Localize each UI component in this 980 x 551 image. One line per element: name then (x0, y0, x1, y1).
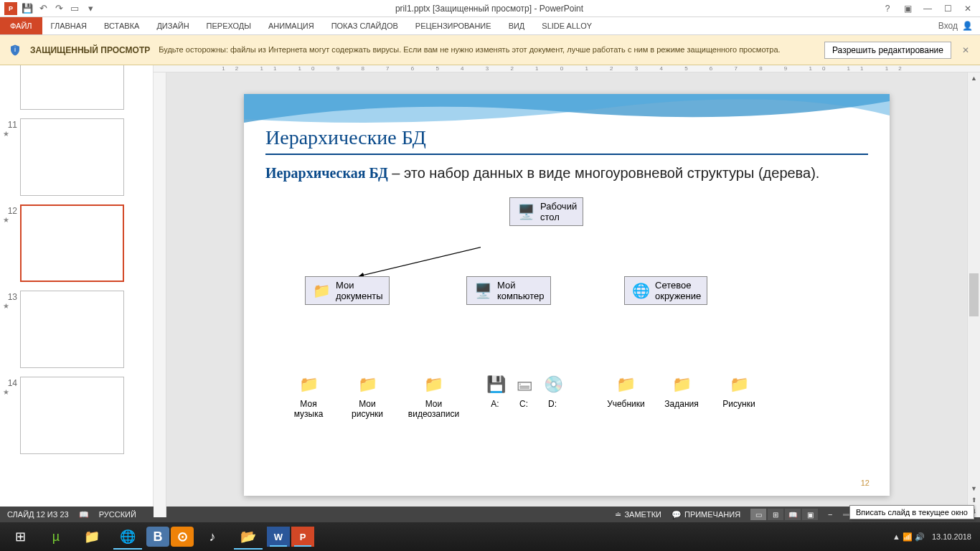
shield-icon: i (9, 44, 22, 57)
vertical-scrollbar[interactable]: ▲ ▼ ⬆ ⬇ (967, 72, 980, 517)
quick-access-toolbar: P 💾 ↶ ↷ ▭ ▾ (0, 2, 100, 15)
vertical-ruler (154, 72, 166, 517)
help-icon[interactable]: ? (878, 1, 897, 16)
tab-slideshow[interactable]: ПОКАЗ СЛАЙДОВ (323, 17, 407, 34)
folder-icon: 📁 (670, 373, 693, 396)
thumbnail-14[interactable]: 14★ (0, 374, 153, 460)
folder-icon: 📁 (423, 373, 446, 396)
taskbar-explorer-icon[interactable]: 📁 (75, 524, 109, 550)
tab-slide-alloy[interactable]: SLIDE ALLOY (533, 17, 600, 34)
maximize-icon[interactable]: ☐ (938, 1, 957, 16)
globe-icon: 🌐 (631, 281, 651, 301)
protected-close-icon[interactable]: ✕ (960, 44, 971, 56)
redo-icon[interactable]: ↷ (53, 3, 65, 14)
close-icon[interactable]: ✕ (958, 1, 977, 16)
ribbon-options-icon[interactable]: ▣ (898, 1, 917, 16)
tab-design[interactable]: ДИЗАЙН (148, 17, 197, 34)
window-title: pril1.pptx [Защищенный просмотр] - Power… (100, 4, 878, 14)
folder-icon: 📁 (311, 281, 331, 301)
slide-definition: Иерархическая БД – это набор данных в ви… (265, 164, 868, 183)
taskbar-date[interactable]: 13.10.2018 (932, 532, 971, 541)
language-indicator[interactable]: РУССКИЙ (99, 510, 136, 519)
svg-line-1 (359, 230, 481, 276)
hierarchy-tree: 🖥️ Рабочийстол 📁 Моидокументы 🖥️ Мойкомп… (265, 197, 868, 448)
thumbnail-10[interactable]: 10 (0, 65, 153, 116)
window-controls: ? ▣ — ☐ ✕ (878, 1, 980, 16)
enable-editing-button[interactable]: Разрешить редактирование (824, 42, 951, 59)
leaf-drawings: 📁 Рисунки (717, 373, 760, 409)
cd-icon: 💿 (542, 373, 565, 396)
slideshow-icon[interactable]: ▭ (69, 3, 80, 14)
tab-insert[interactable]: ВСТАВКА (95, 17, 148, 34)
thumbnail-11[interactable]: 11★ (0, 116, 153, 202)
taskbar-chrome-icon[interactable]: 🌐 (110, 524, 145, 550)
desktop-icon: 🖥️ (516, 202, 536, 222)
animation-star-icon: ★ (3, 302, 17, 310)
leaf-drive-d: 💿 D: (542, 373, 563, 409)
undo-icon[interactable]: ↶ (37, 3, 49, 14)
node-documents: 📁 Моидокументы (305, 276, 390, 305)
tab-transitions[interactable]: ПЕРЕХОДЫ (198, 17, 260, 34)
taskbar-vk-icon[interactable]: B (146, 527, 169, 547)
scroll-up-icon[interactable]: ▲ (968, 72, 980, 84)
horizontal-ruler: 12 11 10 9 8 7 6 5 4 3 2 1 0 1 2 3 4 5 6… (154, 65, 980, 72)
thumbnail-12[interactable]: 12★ (0, 202, 153, 288)
tab-home[interactable]: ГЛАВНАЯ (42, 17, 95, 34)
protected-view-title: ЗАЩИЩЕННЫЙ ПРОСМОТР (30, 45, 150, 55)
windows-taskbar: ⊞ µ 📁 🌐 B ⊙ ♪ 📂 W P ▲ 📶 🔊 13.10.2018 (0, 522, 980, 551)
animation-star-icon: ★ (3, 216, 17, 224)
taskbar-word-icon[interactable]: W (267, 527, 290, 547)
node-computer: 🖥️ Мойкомпьютер (466, 276, 551, 305)
node-root: 🖥️ Рабочийстол (509, 197, 583, 226)
protected-view-message: Будьте осторожны: файлы из Интернета мог… (159, 44, 816, 55)
leaf-pictures: 📁 Моирисунки (346, 373, 389, 419)
leaf-tasks: 📁 Задания (660, 373, 703, 409)
folder-icon: 📁 (297, 373, 320, 396)
hdd-icon: 🖴 (513, 373, 536, 396)
save-icon[interactable]: 💾 (22, 3, 33, 14)
tab-review[interactable]: РЕЦЕНЗИРОВАНИЕ (407, 17, 500, 34)
taskbar-powerpoint-icon[interactable]: P (291, 527, 314, 547)
leaf-music: 📁 Моямузыка (287, 373, 330, 419)
signin-link[interactable]: Вход (938, 21, 958, 31)
tab-view[interactable]: ВИД (500, 17, 534, 34)
slide-thumbnails-pane[interactable]: 10 11★ 12★ 13★ 14★ (0, 65, 154, 507)
leaf-books: 📁 Учебники (603, 373, 649, 409)
taskbar-utorrent-icon[interactable]: µ (39, 524, 73, 550)
tab-file[interactable]: ФАЙЛ (0, 17, 42, 34)
node-network: 🌐 Сетевоеокружение (624, 276, 707, 305)
leaf-drive-c: 🖴 C: (513, 373, 534, 409)
spellcheck-icon[interactable]: 📖 (79, 510, 89, 519)
folder-icon: 📁 (356, 373, 379, 396)
fit-tooltip: Вписать слайд в текущее окно (849, 505, 974, 519)
title-underline (265, 154, 868, 155)
qat-dropdown-icon[interactable]: ▾ (85, 3, 96, 14)
taskbar-folder-icon[interactable]: 📂 (231, 524, 265, 550)
prev-slide-icon[interactable]: ⬆ (968, 494, 980, 506)
slide-decoration-wave (244, 94, 890, 130)
scrollbar-thumb[interactable] (969, 273, 979, 316)
leaf-videos: 📁 Моивидеозаписи (403, 373, 464, 419)
computer-icon: 🖥️ (473, 281, 493, 301)
tab-animations[interactable]: АНИМАЦИЯ (260, 17, 323, 34)
slide-counter[interactable]: СЛАЙД 12 ИЗ 23 (7, 510, 69, 519)
taskbar-music-icon[interactable]: ♪ (195, 524, 230, 550)
leaf-drive-a: 💾 A: (484, 373, 506, 409)
app-icon: P (4, 2, 17, 15)
animation-star-icon: ★ (3, 388, 17, 396)
tray-icons[interactable]: ▲ 📶 🔊 (892, 532, 925, 542)
minimize-icon[interactable]: — (918, 1, 937, 16)
titlebar: P 💾 ↶ ↷ ▭ ▾ pril1.pptx [Защищенный просм… (0, 0, 980, 17)
slide-canvas[interactable]: Иерархические БД Иерархическая БД – это … (166, 72, 967, 517)
slide-editor: 12 11 10 9 8 7 6 5 4 3 2 1 0 1 2 3 4 5 6… (154, 65, 980, 507)
folder-icon: 📁 (615, 373, 638, 396)
folder-icon: 📁 (727, 373, 750, 396)
thumbnail-13[interactable]: 13★ (0, 288, 153, 374)
svg-text:i: i (14, 46, 16, 53)
scroll-down-icon[interactable]: ▼ (968, 483, 980, 494)
start-button[interactable]: ⊞ (3, 524, 37, 550)
taskbar-ok-icon[interactable]: ⊙ (171, 527, 194, 547)
protected-view-bar: i ЗАЩИЩЕННЫЙ ПРОСМОТР Будьте осторожны: … (0, 35, 980, 65)
user-icon[interactable]: 👤 (962, 21, 973, 31)
ribbon-tabs: ФАЙЛ ГЛАВНАЯ ВСТАВКА ДИЗАЙН ПЕРЕХОДЫ АНИ… (0, 17, 980, 35)
